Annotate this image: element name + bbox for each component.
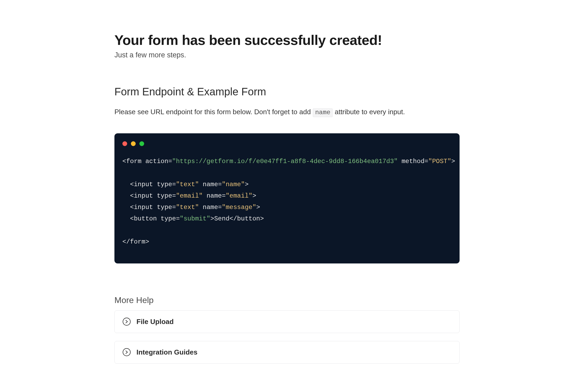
accordion-label: Integration Guides <box>136 348 198 356</box>
accordion-item-integration-guides[interactable]: Integration Guides <box>114 341 460 364</box>
page-title: Your form has been successfully created! <box>114 32 460 48</box>
accordion-label: File Upload <box>136 318 174 326</box>
chevron-right-icon <box>123 348 131 356</box>
inline-code-name: name <box>313 108 333 117</box>
window-dots <box>122 141 452 146</box>
page-subtitle: Just a few more steps. <box>114 51 460 59</box>
code-example-card: <form action="https://getform.io/f/e0e47… <box>114 133 460 263</box>
more-help-heading: More Help <box>114 295 460 305</box>
code-snippet[interactable]: <form action="https://getform.io/f/e0e47… <box>122 156 452 248</box>
chevron-right-icon <box>123 318 131 326</box>
window-dot-zoom-icon <box>139 141 144 146</box>
window-dot-minimize-icon <box>131 141 136 146</box>
endpoint-desc-before: Please see URL endpoint for this form be… <box>114 108 313 116</box>
endpoint-description: Please see URL endpoint for this form be… <box>114 107 460 117</box>
accordion-item-file-upload[interactable]: File Upload <box>114 310 460 333</box>
window-dot-close-icon <box>122 141 127 146</box>
endpoint-heading: Form Endpoint & Example Form <box>114 86 460 98</box>
endpoint-desc-after: attribute to every input. <box>333 108 405 116</box>
